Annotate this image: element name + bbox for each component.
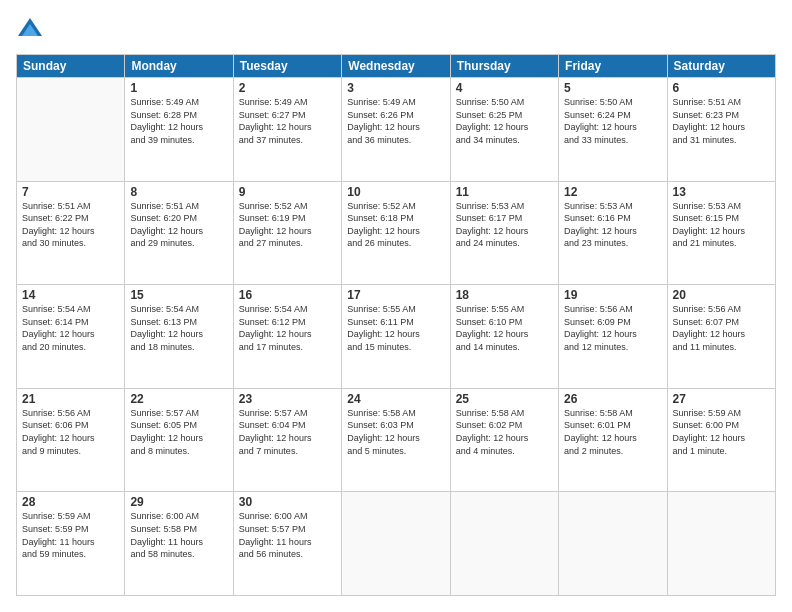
logo: [16, 16, 48, 44]
day-number: 11: [456, 185, 553, 199]
calendar-cell: 23Sunrise: 5:57 AM Sunset: 6:04 PM Dayli…: [233, 388, 341, 492]
calendar-cell: 28Sunrise: 5:59 AM Sunset: 5:59 PM Dayli…: [17, 492, 125, 596]
day-info: Sunrise: 5:54 AM Sunset: 6:12 PM Dayligh…: [239, 303, 336, 353]
calendar-week-2: 7Sunrise: 5:51 AM Sunset: 6:22 PM Daylig…: [17, 181, 776, 285]
day-number: 8: [130, 185, 227, 199]
day-info: Sunrise: 5:53 AM Sunset: 6:16 PM Dayligh…: [564, 200, 661, 250]
day-info: Sunrise: 5:54 AM Sunset: 6:13 PM Dayligh…: [130, 303, 227, 353]
calendar-cell: 18Sunrise: 5:55 AM Sunset: 6:10 PM Dayli…: [450, 285, 558, 389]
calendar-cell: 19Sunrise: 5:56 AM Sunset: 6:09 PM Dayli…: [559, 285, 667, 389]
day-number: 18: [456, 288, 553, 302]
calendar-cell: 20Sunrise: 5:56 AM Sunset: 6:07 PM Dayli…: [667, 285, 775, 389]
calendar-cell: 26Sunrise: 5:58 AM Sunset: 6:01 PM Dayli…: [559, 388, 667, 492]
day-info: Sunrise: 5:58 AM Sunset: 6:03 PM Dayligh…: [347, 407, 444, 457]
day-info: Sunrise: 5:56 AM Sunset: 6:07 PM Dayligh…: [673, 303, 770, 353]
day-number: 25: [456, 392, 553, 406]
calendar-cell: 13Sunrise: 5:53 AM Sunset: 6:15 PM Dayli…: [667, 181, 775, 285]
calendar-cell: 14Sunrise: 5:54 AM Sunset: 6:14 PM Dayli…: [17, 285, 125, 389]
day-info: Sunrise: 6:00 AM Sunset: 5:57 PM Dayligh…: [239, 510, 336, 560]
day-number: 15: [130, 288, 227, 302]
calendar-cell: 12Sunrise: 5:53 AM Sunset: 6:16 PM Dayli…: [559, 181, 667, 285]
day-info: Sunrise: 5:58 AM Sunset: 6:01 PM Dayligh…: [564, 407, 661, 457]
calendar-table: SundayMondayTuesdayWednesdayThursdayFrid…: [16, 54, 776, 596]
day-info: Sunrise: 5:58 AM Sunset: 6:02 PM Dayligh…: [456, 407, 553, 457]
day-number: 7: [22, 185, 119, 199]
day-info: Sunrise: 5:51 AM Sunset: 6:20 PM Dayligh…: [130, 200, 227, 250]
day-info: Sunrise: 5:57 AM Sunset: 6:05 PM Dayligh…: [130, 407, 227, 457]
day-info: Sunrise: 5:50 AM Sunset: 6:25 PM Dayligh…: [456, 96, 553, 146]
day-info: Sunrise: 5:59 AM Sunset: 5:59 PM Dayligh…: [22, 510, 119, 560]
day-number: 24: [347, 392, 444, 406]
day-info: Sunrise: 5:55 AM Sunset: 6:11 PM Dayligh…: [347, 303, 444, 353]
weekday-header-sunday: Sunday: [17, 55, 125, 78]
calendar-cell: 5Sunrise: 5:50 AM Sunset: 6:24 PM Daylig…: [559, 78, 667, 182]
logo-icon: [16, 16, 44, 44]
day-number: 13: [673, 185, 770, 199]
calendar-cell: 15Sunrise: 5:54 AM Sunset: 6:13 PM Dayli…: [125, 285, 233, 389]
day-number: 21: [22, 392, 119, 406]
day-number: 23: [239, 392, 336, 406]
day-number: 29: [130, 495, 227, 509]
calendar-cell: 2Sunrise: 5:49 AM Sunset: 6:27 PM Daylig…: [233, 78, 341, 182]
day-info: Sunrise: 5:51 AM Sunset: 6:23 PM Dayligh…: [673, 96, 770, 146]
calendar-cell: 8Sunrise: 5:51 AM Sunset: 6:20 PM Daylig…: [125, 181, 233, 285]
calendar-cell: [450, 492, 558, 596]
day-number: 27: [673, 392, 770, 406]
day-info: Sunrise: 5:54 AM Sunset: 6:14 PM Dayligh…: [22, 303, 119, 353]
weekday-header-monday: Monday: [125, 55, 233, 78]
day-number: 5: [564, 81, 661, 95]
weekday-header-saturday: Saturday: [667, 55, 775, 78]
day-number: 19: [564, 288, 661, 302]
day-number: 14: [22, 288, 119, 302]
calendar-cell: 6Sunrise: 5:51 AM Sunset: 6:23 PM Daylig…: [667, 78, 775, 182]
calendar-cell: [342, 492, 450, 596]
day-number: 30: [239, 495, 336, 509]
day-info: Sunrise: 5:53 AM Sunset: 6:15 PM Dayligh…: [673, 200, 770, 250]
calendar-cell: [667, 492, 775, 596]
day-number: 3: [347, 81, 444, 95]
calendar-cell: 30Sunrise: 6:00 AM Sunset: 5:57 PM Dayli…: [233, 492, 341, 596]
day-info: Sunrise: 6:00 AM Sunset: 5:58 PM Dayligh…: [130, 510, 227, 560]
day-number: 20: [673, 288, 770, 302]
day-number: 22: [130, 392, 227, 406]
day-number: 26: [564, 392, 661, 406]
day-number: 17: [347, 288, 444, 302]
calendar-cell: 25Sunrise: 5:58 AM Sunset: 6:02 PM Dayli…: [450, 388, 558, 492]
calendar-cell: 11Sunrise: 5:53 AM Sunset: 6:17 PM Dayli…: [450, 181, 558, 285]
day-info: Sunrise: 5:49 AM Sunset: 6:26 PM Dayligh…: [347, 96, 444, 146]
day-info: Sunrise: 5:55 AM Sunset: 6:10 PM Dayligh…: [456, 303, 553, 353]
calendar-week-3: 14Sunrise: 5:54 AM Sunset: 6:14 PM Dayli…: [17, 285, 776, 389]
day-info: Sunrise: 5:49 AM Sunset: 6:28 PM Dayligh…: [130, 96, 227, 146]
calendar-cell: [559, 492, 667, 596]
calendar-cell: 3Sunrise: 5:49 AM Sunset: 6:26 PM Daylig…: [342, 78, 450, 182]
calendar-cell: 1Sunrise: 5:49 AM Sunset: 6:28 PM Daylig…: [125, 78, 233, 182]
calendar-header-row: SundayMondayTuesdayWednesdayThursdayFrid…: [17, 55, 776, 78]
calendar-cell: 16Sunrise: 5:54 AM Sunset: 6:12 PM Dayli…: [233, 285, 341, 389]
day-info: Sunrise: 5:56 AM Sunset: 6:06 PM Dayligh…: [22, 407, 119, 457]
day-info: Sunrise: 5:59 AM Sunset: 6:00 PM Dayligh…: [673, 407, 770, 457]
day-number: 6: [673, 81, 770, 95]
weekday-header-wednesday: Wednesday: [342, 55, 450, 78]
calendar-cell: 7Sunrise: 5:51 AM Sunset: 6:22 PM Daylig…: [17, 181, 125, 285]
day-info: Sunrise: 5:51 AM Sunset: 6:22 PM Dayligh…: [22, 200, 119, 250]
weekday-header-thursday: Thursday: [450, 55, 558, 78]
calendar-week-1: 1Sunrise: 5:49 AM Sunset: 6:28 PM Daylig…: [17, 78, 776, 182]
weekday-header-tuesday: Tuesday: [233, 55, 341, 78]
day-number: 4: [456, 81, 553, 95]
day-number: 10: [347, 185, 444, 199]
weekday-header-friday: Friday: [559, 55, 667, 78]
calendar-cell: 22Sunrise: 5:57 AM Sunset: 6:05 PM Dayli…: [125, 388, 233, 492]
calendar-cell: 24Sunrise: 5:58 AM Sunset: 6:03 PM Dayli…: [342, 388, 450, 492]
day-info: Sunrise: 5:52 AM Sunset: 6:18 PM Dayligh…: [347, 200, 444, 250]
day-number: 2: [239, 81, 336, 95]
page: SundayMondayTuesdayWednesdayThursdayFrid…: [0, 0, 792, 612]
calendar-cell: 21Sunrise: 5:56 AM Sunset: 6:06 PM Dayli…: [17, 388, 125, 492]
calendar-cell: 10Sunrise: 5:52 AM Sunset: 6:18 PM Dayli…: [342, 181, 450, 285]
day-number: 9: [239, 185, 336, 199]
day-info: Sunrise: 5:49 AM Sunset: 6:27 PM Dayligh…: [239, 96, 336, 146]
calendar-week-5: 28Sunrise: 5:59 AM Sunset: 5:59 PM Dayli…: [17, 492, 776, 596]
calendar-cell: [17, 78, 125, 182]
day-info: Sunrise: 5:57 AM Sunset: 6:04 PM Dayligh…: [239, 407, 336, 457]
calendar-week-4: 21Sunrise: 5:56 AM Sunset: 6:06 PM Dayli…: [17, 388, 776, 492]
calendar-cell: 17Sunrise: 5:55 AM Sunset: 6:11 PM Dayli…: [342, 285, 450, 389]
